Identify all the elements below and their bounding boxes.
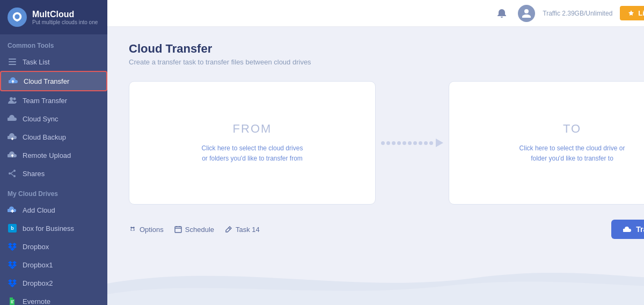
dropbox-label: Dropbox	[23, 243, 49, 251]
logo-icon	[8, 8, 27, 27]
wave-background	[107, 251, 644, 305]
dropbox1-icon	[8, 260, 17, 270]
task-button[interactable]: Task 14	[225, 226, 260, 234]
sidebar-item-shares[interactable]: Shares	[0, 164, 107, 183]
svg-point-6	[13, 175, 16, 177]
user-avatar[interactable]	[518, 5, 535, 22]
sidebar-item-remote-upload[interactable]: Remote Upload	[0, 146, 107, 164]
dot-8	[419, 141, 422, 145]
arrow-head	[436, 139, 443, 147]
from-box[interactable]: FROM Click here to select the cloud driv…	[129, 81, 376, 205]
pencil-icon	[225, 226, 232, 233]
dropbox2-label: Dropbox2	[23, 279, 53, 287]
evernote-label: Evernote	[23, 297, 50, 306]
dot-9	[424, 141, 428, 145]
svg-rect-0	[9, 59, 16, 60]
page-subtitle: Create a transfer task to transfer files…	[129, 58, 644, 66]
sidebar-item-box-for-business[interactable]: b box for Business	[0, 219, 107, 237]
sidebar-item-evernote[interactable]: Evernote	[0, 292, 107, 305]
sidebar: MultCloud Put multiple clouds into one C…	[0, 0, 107, 305]
remote-upload-icon	[8, 150, 17, 160]
app-name: MultCloud	[32, 10, 98, 19]
sidebar-item-add-cloud[interactable]: Add Cloud	[0, 201, 107, 219]
box-for-business-label: box for Business	[23, 224, 74, 233]
cloud-transfer-icon	[9, 76, 18, 86]
from-description: Click here to select the cloud drives or…	[199, 143, 306, 164]
team-transfer-label: Team Transfer	[23, 97, 67, 105]
svg-rect-1	[9, 61, 16, 62]
schedule-button[interactable]: Schedule	[174, 226, 214, 234]
transfer-now-button[interactable]: Transfer Now	[611, 220, 644, 239]
content-area: Cloud Transfer Create a transfer task to…	[107, 27, 644, 305]
from-label: FROM	[233, 122, 272, 136]
sidebar-item-cloud-backup[interactable]: Cloud Backup	[0, 128, 107, 146]
arrow-area	[376, 139, 449, 147]
common-tools-label: Common Tools	[0, 34, 107, 53]
traffic-info: Traffic 2.39GB/Unlimited	[543, 10, 612, 17]
logo-text: MultCloud Put multiple clouds into one	[32, 10, 98, 25]
calendar-icon	[174, 226, 182, 233]
to-box[interactable]: TO Click here to select the cloud drive …	[449, 81, 644, 205]
cloud-sync-icon	[8, 114, 17, 124]
sidebar-item-task-list[interactable]: Task List	[0, 53, 107, 71]
options-button[interactable]: Options	[129, 226, 164, 234]
add-cloud-icon	[8, 205, 17, 215]
options-label: Options	[140, 226, 164, 234]
to-desc-part2: you'd like to transfer to	[547, 155, 613, 162]
cloud-upload-icon	[623, 225, 632, 234]
cloud-backup-label: Cloud Backup	[23, 133, 66, 141]
dot-4	[397, 141, 401, 145]
to-description: Click here to select the cloud drive or …	[518, 143, 626, 164]
main-content: Traffic 2.39GB/Unlimited Lifetime Unlimi…	[107, 0, 644, 305]
dropbox-icon	[8, 242, 17, 251]
dropbox1-label: Dropbox1	[23, 261, 53, 269]
share-icon	[8, 169, 17, 178]
cloud-transfer-label: Cloud Transfer	[24, 77, 69, 85]
sidebar-item-team-transfer[interactable]: Team Transfer	[0, 91, 107, 110]
transfer-area: FROM Click here to select the cloud driv…	[129, 81, 644, 205]
svg-point-7	[9, 172, 11, 175]
shares-label: Shares	[23, 170, 45, 178]
sidebar-item-dropbox1[interactable]: Dropbox1	[0, 256, 107, 274]
svg-point-4	[13, 98, 16, 100]
from-desc-part1: Click here to select the	[202, 144, 269, 152]
schedule-label: Schedule	[185, 226, 214, 234]
dot-2	[386, 141, 390, 145]
page-title: Cloud Transfer	[129, 42, 644, 56]
toolbar-left: Options Schedule Task 14	[129, 226, 260, 234]
dot-3	[392, 141, 396, 145]
svg-rect-2	[9, 64, 16, 65]
dot-6	[408, 141, 412, 145]
list-icon	[8, 57, 17, 67]
dot-1	[381, 141, 385, 145]
my-cloud-drives-label: My Cloud Drives	[0, 183, 107, 201]
sidebar-item-cloud-sync[interactable]: Cloud Sync	[0, 110, 107, 128]
sidebar-item-cloud-transfer[interactable]: Cloud Transfer	[0, 71, 107, 91]
svg-line-8	[11, 171, 13, 173]
app-tagline: Put multiple clouds into one	[32, 19, 98, 25]
sidebar-item-dropbox2[interactable]: Dropbox2	[0, 274, 107, 292]
svg-point-3	[10, 97, 13, 100]
svg-line-34	[229, 228, 230, 229]
lifetime-button[interactable]: Lifetime Unlimited	[620, 6, 644, 20]
dot-5	[402, 141, 406, 145]
evernote-icon	[8, 296, 17, 305]
lifetime-button-label: Lifetime Unlimited	[638, 9, 644, 17]
to-desc-part1: Click here to select the	[519, 144, 587, 152]
toolbar: Options Schedule Task 14 Transfer Now	[129, 220, 644, 239]
svg-point-5	[13, 170, 16, 172]
transfer-arrow	[381, 139, 443, 147]
svg-line-9	[11, 173, 13, 176]
dot-7	[413, 141, 417, 145]
add-cloud-label: Add Cloud	[23, 206, 55, 214]
gear-icon	[129, 226, 136, 233]
logo-area: MultCloud Put multiple clouds into one	[0, 0, 107, 34]
notification-bell[interactable]	[493, 5, 510, 22]
task-list-label: Task List	[23, 58, 50, 66]
dropbox2-icon	[8, 278, 17, 288]
to-label: TO	[563, 122, 581, 136]
transfer-now-label: Transfer Now	[636, 225, 644, 234]
task-label: Task 14	[236, 226, 260, 234]
box-icon: b	[8, 223, 17, 233]
sidebar-item-dropbox[interactable]: Dropbox	[0, 237, 107, 256]
